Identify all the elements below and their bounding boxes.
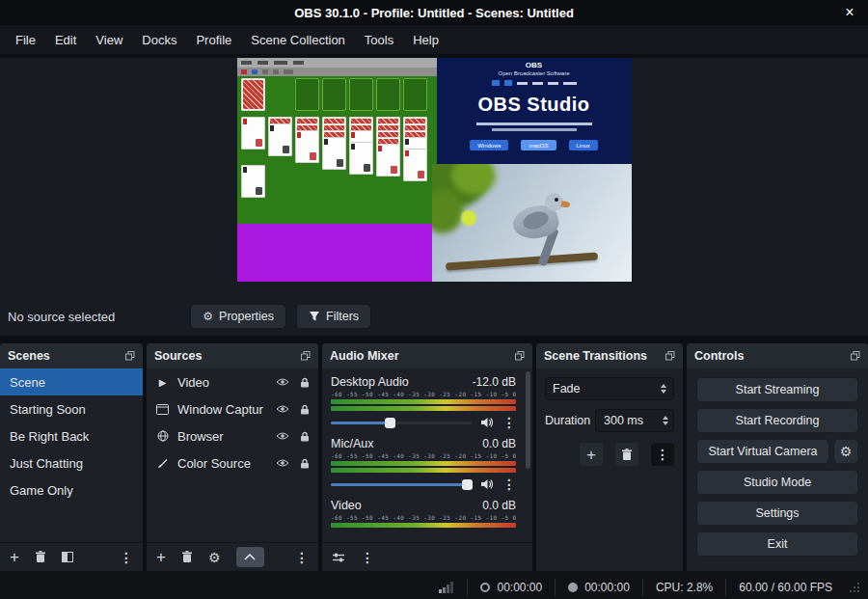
remove-transition-button[interactable] [615, 443, 638, 466]
speaker-icon[interactable] [480, 478, 494, 490]
settings-button[interactable]: Settings [696, 501, 858, 526]
add-transition-button[interactable]: + [580, 443, 603, 466]
duration-label: Duration [545, 414, 590, 427]
brush-icon [155, 457, 170, 469]
sliders-icon [332, 552, 345, 563]
scrollbar-thumb[interactable] [526, 371, 530, 469]
source-row-color-source[interactable]: Color Source [147, 449, 318, 476]
lock-icon[interactable] [300, 431, 310, 442]
sources-dock-header[interactable]: Sources [147, 343, 318, 368]
record-status-icon [568, 583, 578, 592]
trash-icon [621, 449, 633, 461]
close-icon[interactable]: × [839, 0, 860, 25]
channel-db: -12.0 dB [473, 375, 516, 389]
source-row-window-capture[interactable]: Window Captur [147, 395, 318, 422]
menu-tools[interactable]: Tools [355, 25, 403, 54]
mixer-dock-header[interactable]: Audio Mixer [322, 343, 532, 368]
advanced-audio-button[interactable] [332, 552, 345, 563]
remove-scene-button[interactable] [35, 551, 46, 563]
controls-dock-header[interactable]: Controls [687, 343, 868, 368]
menu-edit[interactable]: Edit [45, 25, 86, 54]
studio-mode-button[interactable]: Studio Mode [696, 470, 858, 495]
scene-item-game-only[interactable]: Game Only [0, 476, 143, 504]
eye-icon[interactable] [276, 431, 289, 441]
eye-icon[interactable] [276, 377, 289, 387]
color-source-purple [237, 224, 432, 282]
lock-icon[interactable] [300, 458, 310, 469]
mixer-toolbar: ⋮ [322, 542, 532, 571]
scenes-more-button[interactable]: ⋮ [120, 550, 133, 565]
filters-button[interactable]: Filters [296, 304, 371, 329]
db-scale: -60 -55 -50 -45 -40 -35 -30 -25 -20 -15 … [331, 514, 516, 522]
popout-icon[interactable] [665, 351, 675, 361]
resize-grip[interactable] [849, 582, 860, 593]
scene-item-be-right-back[interactable]: Be Right Back [0, 422, 143, 449]
sources-more-button[interactable]: ⋮ [295, 550, 309, 565]
browser-source-obs-site: OBS Open Broadcaster Software OBS Studio… [437, 58, 632, 164]
volume-slider[interactable] [331, 477, 472, 491]
transitions-dock-header[interactable]: Scene Transitions [536, 343, 683, 368]
scene-item-scene[interactable]: Scene [0, 368, 143, 395]
gear-icon: ⚙ [208, 550, 221, 565]
site-title: OBS Studio [477, 94, 589, 116]
channel-more-button[interactable]: ⋮ [502, 415, 516, 430]
menu-view[interactable]: View [86, 25, 132, 54]
scene-item-just-chatting[interactable]: Just Chatting [0, 449, 143, 476]
start-virtual-camera-button[interactable]: Start Virtual Camera [696, 439, 829, 464]
site-btn-linux: Linux [569, 140, 598, 150]
menu-docks[interactable]: Docks [132, 25, 186, 54]
volume-slider[interactable] [331, 416, 472, 429]
preview-area: OBS Open Broadcaster Software OBS Studio… [0, 58, 868, 336]
start-recording-button[interactable]: Start Recording [696, 408, 858, 433]
menu-profile[interactable]: Profile [186, 25, 241, 54]
window-icon [155, 404, 170, 415]
status-bar: 00:00:00 00:00:00 CPU: 2.8% 60.00 / 60.0… [0, 571, 868, 599]
properties-button[interactable]: ⚙ Properties [190, 304, 286, 329]
popout-icon[interactable] [301, 351, 311, 361]
site-download-buttons: Windows macOS Linux [470, 140, 598, 150]
add-scene-button[interactable]: + [10, 549, 19, 565]
popout-icon[interactable] [851, 351, 860, 361]
channel-name: Mic/Aux [331, 437, 373, 450]
volume-meter [331, 406, 516, 411]
add-source-button[interactable]: + [156, 549, 166, 565]
move-source-up-button[interactable] [236, 547, 265, 567]
network-bars-icon [439, 582, 454, 593]
source-row-browser[interactable]: Browser [147, 422, 318, 449]
trash-icon [181, 551, 193, 563]
scene-preview-canvas[interactable]: OBS Open Broadcaster Software OBS Studio… [237, 58, 632, 282]
scene-item-starting-soon[interactable]: Starting Soon [0, 395, 143, 422]
menu-file[interactable]: File [6, 25, 45, 54]
gear-icon: ⚙ [203, 310, 213, 323]
title-bar[interactable]: OBS 30.1.0 - Profile: Untitled - Scenes:… [0, 0, 868, 25]
transition-more-button[interactable]: ⋮ [651, 443, 674, 466]
menu-help[interactable]: Help [403, 25, 448, 54]
source-row-video[interactable]: ▶ Video [147, 368, 318, 395]
mixer-more-button[interactable]: ⋮ [361, 550, 374, 565]
site-logo: OBS [526, 61, 542, 69]
sources-toolbar: + ⚙ ⋮ [147, 542, 318, 571]
mixer-channel-desktop-audio: Desktop Audio -12.0 dB -60 -55 -50 -45 -… [331, 375, 524, 430]
start-streaming-button[interactable]: Start Streaming [696, 377, 858, 402]
spin-arrows-icon[interactable] [663, 416, 668, 425]
speaker-icon[interactable] [480, 417, 494, 428]
popout-icon[interactable] [125, 351, 135, 361]
lock-icon[interactable] [300, 377, 310, 388]
source-properties-button[interactable]: ⚙ [208, 550, 221, 565]
channel-db: 0.0 dB [482, 499, 516, 512]
virtual-camera-settings-button[interactable]: ⚙ [833, 439, 858, 464]
scenes-dock-header[interactable]: Scenes [0, 343, 143, 368]
popout-icon[interactable] [515, 351, 525, 361]
channel-db: 0.0 dB [482, 437, 516, 450]
duration-spinbox[interactable]: 300 ms [595, 409, 674, 432]
remove-source-button[interactable] [181, 551, 193, 563]
eye-icon[interactable] [276, 404, 289, 414]
lock-icon[interactable] [300, 404, 310, 415]
eye-icon[interactable] [276, 458, 289, 468]
exit-button[interactable]: Exit [696, 531, 858, 557]
menu-scene-collection[interactable]: Scene Collection [241, 25, 355, 54]
transition-select[interactable]: Fade [545, 377, 674, 400]
scene-grid-mode-button[interactable] [62, 552, 73, 562]
channel-more-button[interactable]: ⋮ [502, 476, 516, 492]
controls-dock: Controls Start Streaming Start Recording… [687, 343, 868, 571]
